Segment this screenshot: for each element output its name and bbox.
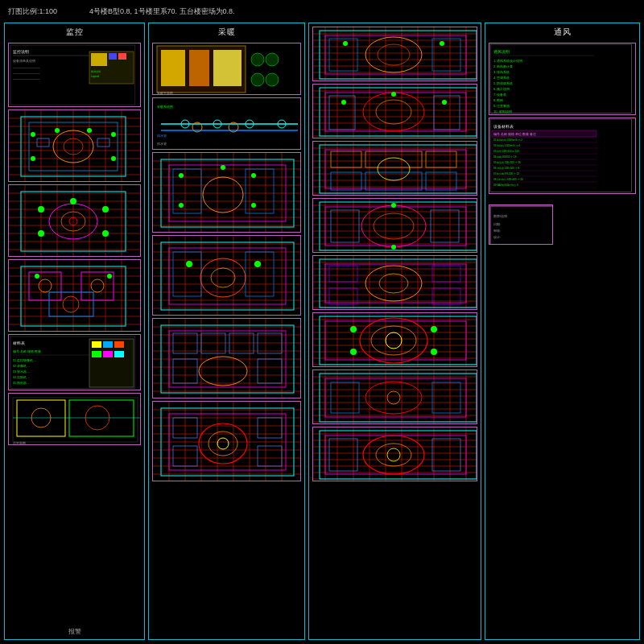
svg-text:审核:: 审核: [493,229,501,233]
info-label: 4号楼B型0.8, 1号楼里系70. 五台楼密场为0.8. [89,6,235,17]
svg-point-63 [102,206,109,213]
col2-yellow-svg: 采暖平面图 [153,43,300,94]
svg-rect-107 [9,394,140,444]
col3-f4-svg [313,199,477,252]
svg-text:04  风阀  DN200  个  18: 04 风阀 DN200 个 18 [493,155,517,159]
col1-floor1 [8,109,141,182]
svg-text:采暖平面图: 采暖平面图 [157,91,173,94]
svg-text:01  新风机组  2000m³/h  台  2: 01 新风机组 2000m³/h 台 2 [493,138,522,142]
col2-title: 采暖 [152,27,301,38]
svg-point-270 [343,41,348,46]
col3-floor4 [312,198,477,253]
svg-point-61 [38,206,44,213]
svg-text:编号 名称 规格 数量: 编号 名称 规格 数量 [13,349,41,353]
column-4: 通风 通风说明 1. 通风系统设计说明 2. 新风量计算 3. 排风系统 4. … [485,23,640,640]
svg-rect-41 [9,185,140,256]
col4-legend-svg: 通风说明 1. 通风系统设计说明 2. 新风量计算 3. 排风系统 4. 空调系… [489,43,635,114]
svg-point-123 [266,73,279,86]
col1-site-svg: 总平面图 [9,394,140,444]
svg-point-34 [55,128,60,133]
svg-text:08  百叶风口  600×400  个  24: 08 百叶风口 600×400 个 24 [493,178,523,181]
svg-text:05 路由器 ...: 05 路由器 ... [13,381,30,385]
col1-legend-svg: 监控说明 设备清单及说明 _______________ ___________… [9,43,140,106]
svg-point-89 [35,274,39,279]
svg-text:03  风管  200×150  m  120: 03 风管 200×150 m 120 [493,150,519,153]
col4-title: 通风 [489,27,636,38]
svg-point-161 [251,173,256,178]
col1-title: 监控 [8,27,141,38]
svg-point-90 [107,274,112,279]
col2-yellow-plan: 采暖平面图 [152,43,301,95]
svg-point-354 [391,245,396,250]
svg-rect-105 [103,351,113,357]
svg-rect-103 [114,341,124,348]
svg-point-190 [254,261,261,267]
svg-rect-102 [103,341,113,348]
col1-floor1-svg [9,110,140,181]
col1-legend: 监控说明 设备清单及说明 _______________ ___________… [8,43,141,107]
svg-text:图例说明: 图例说明 [91,70,101,73]
svg-rect-66 [9,260,140,331]
svg-point-162 [179,203,184,208]
svg-text:图章/说明: 图章/说明 [493,214,507,218]
col3-f7-svg [313,370,477,423]
svg-text:_______________: _______________ [12,76,40,80]
col3-f1-svg [313,27,477,80]
svg-text:02  排风机  1500m³/h  台  4: 02 排风机 1500m³/h 台 4 [493,144,520,147]
col2-floor2 [152,235,301,316]
col3-f5-svg [313,256,477,309]
svg-point-36 [111,132,116,137]
svg-rect-461 [490,44,632,113]
svg-rect-101 [92,341,101,348]
svg-point-64 [38,230,44,237]
col1-floor2-svg [9,185,140,256]
svg-point-121 [266,53,279,66]
col4-legend-green: 通风说明 1. 通风系统设计说明 2. 新风量计算 3. 排风系统 4. 空调系… [489,43,636,115]
col3-f2-svg [313,85,477,138]
col2-floor2-svg [153,236,300,315]
col4-stamp: 图章/说明 日期: 审核: 设计: [489,204,553,245]
svg-point-62 [70,198,76,204]
svg-text:回水管: 回水管 [157,134,167,138]
col1-footer: 报警 [8,625,141,636]
col2-floor4-svg [153,402,300,481]
svg-text:7. 设备表: 7. 设备表 [493,93,506,97]
svg-text:通风说明: 通风说明 [493,49,510,54]
svg-text:Legend: Legend [91,75,99,78]
main-area: 监控 监控说明 设备清单及说明 _______________ ________… [4,23,640,640]
svg-point-271 [440,41,444,46]
svg-text:02 录像机 ...: 02 录像机 ... [13,364,30,368]
svg-point-37 [31,156,35,161]
svg-point-189 [186,261,192,267]
svg-point-35 [87,128,92,133]
svg-text:材料表: 材料表 [12,341,25,345]
svg-point-38 [111,156,116,161]
svg-text:6. 施工说明: 6. 施工说明 [493,87,510,91]
col1-site: 总平面图 [8,393,141,445]
col2-floor3-svg [153,319,300,398]
col1-floor2 [8,184,141,257]
svg-text:2. 新风量计算: 2. 新风量计算 [493,64,513,68]
col3-f8-svg [313,427,477,481]
col3-floor6 [312,312,477,367]
col3-floor7 [312,369,477,424]
svg-point-33 [31,132,35,137]
svg-text:9. 注意事项: 9. 注意事项 [493,104,510,108]
svg-text:05  散流器  300×300  个  36: 05 散流器 300×300 个 36 [493,161,521,164]
svg-text:09  VAV箱  600m³/h  台  6: 09 VAV箱 600m³/h 台 6 [493,184,518,187]
top-bar: 打图比例:1:100 4号楼B型0.8, 1号楼里系70. 五台楼密场为0.8. [0,6,644,17]
scale-label: 打图比例:1:100 [8,6,57,17]
col1-floor3 [8,259,141,332]
svg-text:1. 通风系统设计说明: 1. 通风系统设计说明 [493,59,522,63]
col3-floor3 [312,141,477,196]
svg-text:06  消音器  500×500  个  8: 06 消音器 500×500 个 8 [493,167,519,170]
svg-text:_______________: _______________ [12,70,40,74]
col2-schematic: 采暖系统图 供水管 回水管 [152,97,301,150]
svg-point-407 [431,326,437,332]
svg-text:设备清单及说明: 设备清单及说明 [13,59,35,63]
svg-point-160 [179,173,184,178]
svg-point-297 [341,100,346,105]
svg-text:_______________: _______________ [12,64,40,68]
svg-text:供水管: 供水管 [157,142,167,146]
col3-floor5 [312,255,477,310]
